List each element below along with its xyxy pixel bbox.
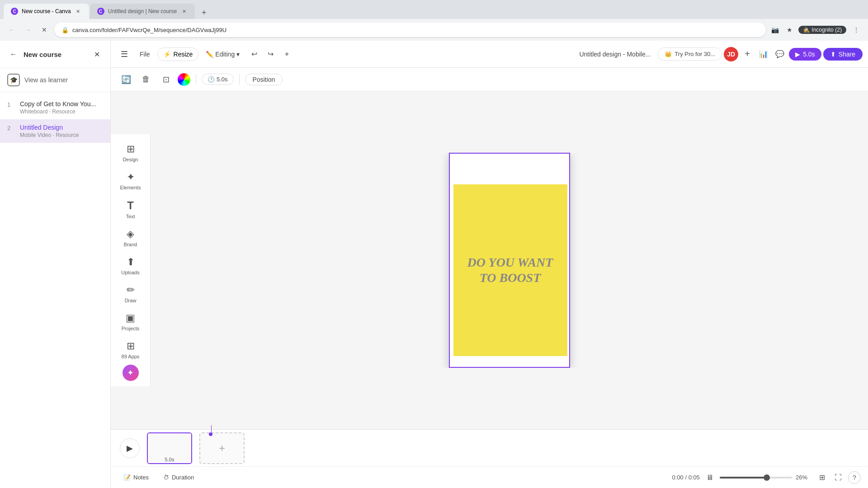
uploads-icon: ⬆ [127, 256, 135, 268]
slide-thumbnail-1[interactable]: 5.0s [147, 432, 192, 464]
elements-label: Elements [120, 185, 141, 190]
toolbar-separator-1 [196, 74, 196, 85]
back-button[interactable]: ← [5, 23, 18, 36]
apps-label: 89 Apps [122, 354, 140, 359]
new-tab-button[interactable]: + [198, 6, 210, 19]
editing-label: Editing [215, 51, 235, 58]
tab-1-close[interactable]: ✕ [75, 8, 82, 15]
tool-draw[interactable]: ✏ Draw [114, 281, 147, 307]
undo-button[interactable]: ↩ [247, 47, 261, 61]
comment-button[interactable]: 💬 [773, 47, 787, 61]
tab-2-favicon: C [97, 8, 104, 15]
learner-icon: 🎓 [7, 74, 20, 86]
tool-uploads[interactable]: ⬆ Uploads [114, 253, 147, 279]
notes-button[interactable]: 📝 Notes [118, 472, 154, 483]
lock-icon: 🔒 [61, 27, 69, 33]
tool-brand[interactable]: ◈ Brand [114, 225, 147, 251]
sidebar-close-button[interactable]: ✕ [90, 48, 103, 61]
timeline-area: ▶ 5.0s + [111, 430, 868, 466]
tool-projects[interactable]: ▣ Projects [114, 309, 147, 335]
text-label: Text [126, 214, 135, 219]
add-slide-button[interactable]: + [199, 432, 245, 464]
canvas-viewport[interactable]: DO YOU WANT TO BOOST [151, 153, 868, 368]
top-toolbar: ☰ File ⚡ Resize ✏️ Editing ▾ ↩ ↪ ⌖ Untit… [111, 41, 868, 68]
tool-design[interactable]: ⊞ Design [114, 140, 147, 166]
sidebar-title: New course [20, 51, 90, 58]
zoom-thumb[interactable] [764, 474, 770, 481]
resource-num-1: 1 [7, 100, 14, 115]
view-as-learner-button[interactable]: 🎓 View as learner [0, 68, 110, 92]
resize-button[interactable]: ⚡ Resize [157, 47, 199, 61]
fullscreen-button[interactable]: ⛶ [832, 471, 844, 484]
color-picker[interactable] [178, 73, 190, 86]
view-as-learner-label: View as learner [24, 76, 68, 84]
sidebar-header: ← New course ✕ [0, 41, 110, 68]
editing-chevron: ▾ [236, 51, 240, 58]
projects-icon: ▣ [126, 312, 135, 324]
screenshot-icon[interactable]: 📷 [769, 24, 780, 35]
draw-icon: ✏ [127, 284, 135, 296]
user-avatar[interactable]: JD [724, 47, 738, 61]
help-button[interactable]: ? [848, 471, 861, 484]
magic-tool-button[interactable]: ✦ [123, 365, 139, 381]
try-pro-button[interactable]: 👑 Try Pro for 30... [658, 47, 722, 61]
tab-2-title: Untitled design | New course [108, 8, 177, 14]
present-icon[interactable]: ⌖ [279, 47, 294, 61]
duration-value: 5.0s [217, 76, 228, 83]
resource-item-2[interactable]: 2 Untitled Design Mobile Video · Resourc… [0, 119, 110, 143]
bottom-left-controls: 📝 Notes ⏱ Duration [118, 472, 199, 483]
projects-label: Projects [122, 326, 140, 331]
tool-elements[interactable]: ✦ Elements [114, 168, 147, 194]
duration-control[interactable]: 🕐 5.0s [202, 74, 234, 85]
clock-icon: 🕐 [208, 76, 215, 83]
menu-button[interactable]: ☰ [116, 46, 132, 62]
crop-button[interactable]: ⊡ [158, 71, 174, 88]
file-menu[interactable]: File [134, 48, 156, 61]
more-button[interactable]: ⋮ [850, 23, 863, 36]
resize-label: Resize [174, 51, 193, 58]
bottom-right-controls: 0:00 / 0:05 🖥 26% ⊞ ⛶ ? [672, 471, 861, 484]
tab-1[interactable]: C New course - Canva ✕ [4, 4, 89, 19]
present-button[interactable]: ▶ 5.0s [789, 48, 821, 61]
editing-menu[interactable]: ✏️ Editing ▾ [200, 48, 245, 61]
incognito-icon: 🕵 [803, 27, 810, 33]
tab-2-close[interactable]: ✕ [180, 8, 188, 15]
refresh-element-button[interactable]: 🔄 [118, 71, 134, 88]
duration-button[interactable]: ⏱ Duration [158, 472, 199, 483]
duration-label: Duration [172, 474, 194, 481]
zoom-slider[interactable] [720, 477, 792, 479]
course-sidebar: ← New course ✕ 🎓 View as learner 1 Copy … [0, 41, 111, 488]
play-button[interactable]: ▶ [120, 438, 140, 458]
forward-button[interactable]: → [22, 23, 34, 36]
canvas-area: ⊞ Design ✦ Elements T Text ◈ Brand ⬆ U [111, 91, 868, 429]
design-canvas[interactable]: DO YOU WANT TO BOOST [449, 153, 570, 368]
address-input[interactable]: 🔒 canva.com/folder/FAFVwcrQe_M/sequence/… [54, 23, 766, 37]
reload-button[interactable]: ✕ [38, 23, 51, 36]
notes-label: Notes [133, 474, 149, 481]
tab-2[interactable]: C Untitled design | New course ✕ [90, 4, 195, 19]
resource-num-2: 2 [7, 124, 14, 138]
delete-button[interactable]: 🗑 [138, 71, 154, 88]
add-collaborator-button[interactable]: + [740, 47, 755, 61]
duration-icon: ⏱ [163, 474, 169, 481]
tool-apps[interactable]: ⊞ 89 Apps [114, 337, 147, 363]
crown-icon: 👑 [665, 51, 672, 57]
grid-view-button[interactable]: ⊞ [816, 471, 828, 484]
bottom-toolbar: 📝 Notes ⏱ Duration 0:00 / 0:05 🖥 [111, 466, 868, 488]
zoom-level: 26% [796, 474, 812, 481]
bookmark-icon[interactable]: ★ [784, 24, 795, 35]
resource-list: 1 Copy of Get to Know You... Whiteboard … [0, 92, 110, 488]
bottom-panel: ▶ 5.0s + 📝 Notes ⏱ Duration [111, 429, 868, 488]
monitor-view-button[interactable]: 🖥 [703, 471, 716, 484]
analytics-button[interactable]: 📊 [756, 47, 771, 61]
present-label: 5.0s [803, 51, 815, 58]
brand-icon: ◈ [127, 228, 134, 240]
redo-button[interactable]: ↪ [263, 47, 278, 61]
position-button[interactable]: Position [245, 74, 283, 85]
sidebar-back-button[interactable]: ← [7, 48, 20, 61]
resource-item-1[interactable]: 1 Copy of Get to Know You... Whiteboard … [0, 96, 110, 119]
zoom-track[interactable] [720, 477, 792, 479]
share-button[interactable]: ⬆ Share [823, 48, 863, 61]
text-icon: T [127, 199, 134, 212]
tool-text[interactable]: T Text [114, 196, 147, 223]
